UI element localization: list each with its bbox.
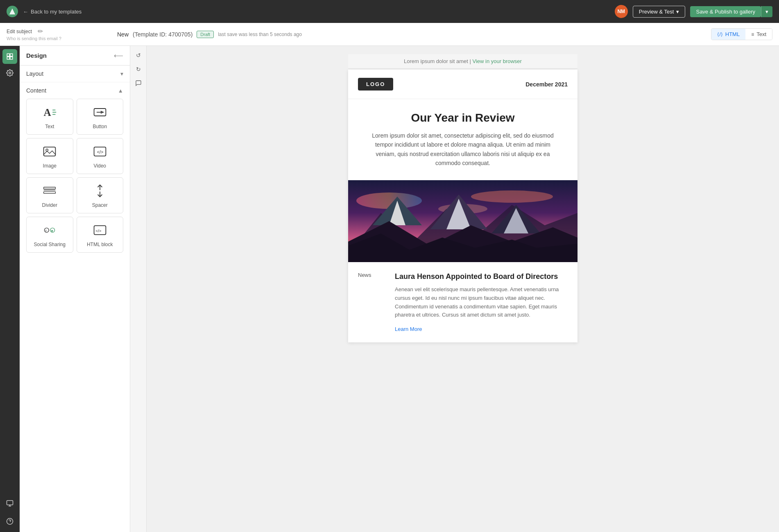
content-item-button[interactable]: Button (77, 99, 124, 135)
html-block-label: HTML block (87, 242, 113, 247)
content-item-spacer[interactable]: Spacer (77, 177, 124, 213)
content-item-divider[interactable]: Divider (26, 177, 73, 213)
text-view-button[interactable]: ≡ Text (745, 29, 772, 40)
svg-rect-3 (7, 57, 9, 59)
draft-badge: Draft (197, 31, 214, 38)
learn-more-link[interactable]: Learn More (395, 326, 422, 332)
panel-collapse-button[interactable]: ⟵ (114, 52, 123, 59)
email-preheader-area: Lorem ipsum dolor sit amet | View in you… (348, 54, 577, 69)
svg-rect-6 (7, 500, 13, 505)
canvas-area: Lorem ipsum dolor sit amet | View in you… (147, 46, 779, 532)
svg-point-34 (471, 190, 553, 203)
hero-body: Lorem ipsum dolor sit amet, consectetur … (365, 131, 561, 168)
content-title: Content (26, 87, 46, 94)
video-block-label: Video (94, 163, 106, 169)
text-icon: ≡ (751, 32, 754, 37)
svg-text:A: A (44, 107, 51, 118)
template-info: New (Template ID: 4700705) Draft last sa… (117, 31, 711, 38)
hero-title: Our Year in Review (365, 111, 561, 125)
spacer-block-icon (92, 183, 108, 199)
layout-arrow-icon: ▾ (120, 70, 123, 77)
sidebar-icon-design[interactable] (2, 49, 17, 64)
svg-rect-4 (10, 57, 13, 59)
undo-button[interactable]: ↺ (132, 49, 145, 61)
publish-dropdown-button[interactable]: ▾ (761, 6, 772, 17)
email-preheader: Lorem ipsum dolor sit amet | View in you… (348, 54, 577, 69)
html-view-button[interactable]: ⟨/⟩ HTML (711, 29, 745, 40)
user-avatar: NM (615, 5, 628, 18)
html-code-icon: ⟨/⟩ (717, 32, 722, 37)
save-status: last save was less than 5 seconds ago (218, 32, 302, 37)
redo-button[interactable]: ↻ (132, 63, 145, 75)
image-block-icon (41, 143, 58, 160)
content-header: Content ▲ (26, 87, 123, 94)
toolbar-strip: ↺ ↻ (130, 46, 147, 532)
sidebar-icon-templates[interactable] (2, 496, 17, 511)
video-block-icon: </> (92, 143, 108, 160)
edit-subject-label: Edit subject (7, 29, 32, 34)
svg-rect-21 (44, 187, 56, 189)
main-area: Design ⟵ Layout ▾ Content ▲ A (0, 46, 779, 532)
button-block-label: Button (93, 124, 107, 129)
publish-group: Save & Publish to gallery ▾ (690, 6, 772, 17)
svg-point-26 (45, 228, 49, 233)
panel-header: Design ⟵ (20, 46, 130, 66)
news-label: News (358, 272, 387, 333)
image-block-label: Image (43, 163, 57, 169)
template-id: (Template ID: 4700705) (133, 31, 192, 38)
svg-rect-2 (10, 54, 13, 56)
email-news: News Laura Henson Appointed to Board of … (348, 262, 577, 343)
content-item-social[interactable]: f ♥ Social Sharing (26, 217, 73, 253)
who-sending-label: Who is sending this email ? (7, 36, 117, 41)
top-navigation: ← Back to my templates NM Preview & Test… (0, 0, 779, 23)
news-body: Aenean vel elit scelerisque mauris pelle… (395, 285, 568, 319)
back-arrow-icon: ← (23, 9, 28, 15)
email-preview: LOGO December 2021 Our Year in Review Lo… (348, 70, 577, 342)
publish-button[interactable]: Save & Publish to gallery (690, 6, 761, 17)
email-image (348, 180, 577, 262)
social-block-icon: f ♥ (41, 222, 58, 238)
sidebar-icon-settings[interactable] (2, 66, 17, 80)
svg-text:</>: </> (97, 149, 104, 154)
app-logo (7, 6, 18, 17)
svg-text:♥: ♥ (51, 229, 53, 233)
panel-title: Design (26, 52, 47, 59)
view-in-browser-link[interactable]: View in your browser (472, 58, 521, 64)
email-header: LOGO December 2021 (348, 70, 577, 99)
content-item-video[interactable]: </> Video (77, 138, 124, 174)
back-to-templates-link[interactable]: ← Back to my templates (23, 9, 82, 15)
text-block-icon: A (41, 104, 58, 120)
text-block-label: Text (45, 124, 54, 129)
social-block-label: Social Sharing (34, 242, 66, 247)
button-block-icon (92, 104, 108, 120)
spacer-block-label: Spacer (92, 202, 108, 208)
edit-icon[interactable]: ✏ (38, 27, 43, 35)
content-section: Content ▲ A Text (20, 82, 130, 258)
view-toggle: ⟨/⟩ HTML ≡ Text (711, 28, 772, 40)
news-content: Laura Henson Appointed to Board of Direc… (395, 272, 568, 333)
svg-text:</>: </> (95, 229, 102, 233)
content-item-html[interactable]: </> HTML block (77, 217, 124, 253)
subject-bar: Edit subject ✏ Who is sending this email… (0, 23, 779, 46)
news-title: Laura Henson Appointed to Board of Direc… (395, 272, 568, 281)
left-panel: Design ⟵ Layout ▾ Content ▲ A (20, 46, 130, 532)
sidebar-icon-help[interactable] (2, 514, 17, 529)
back-label: Back to my templates (31, 9, 82, 15)
preview-test-button[interactable]: Preview & Test ▾ (633, 6, 686, 18)
template-name: New (117, 31, 129, 38)
svg-point-5 (9, 72, 11, 74)
content-collapse-button[interactable]: ▲ (118, 88, 123, 94)
layout-section[interactable]: Layout ▾ (20, 66, 130, 82)
sidebar-icons (0, 46, 20, 532)
content-grid: A Text (26, 99, 123, 253)
comment-button[interactable] (132, 77, 145, 89)
svg-rect-17 (44, 147, 56, 156)
email-date: December 2021 (525, 81, 568, 88)
svg-rect-1 (7, 54, 9, 56)
svg-marker-0 (9, 9, 15, 14)
content-item-text[interactable]: A Text (26, 99, 73, 135)
divider-block-icon (41, 183, 58, 199)
subject-left-section: Edit subject ✏ Who is sending this email… (7, 27, 117, 41)
content-item-image[interactable]: Image (26, 138, 73, 174)
html-block-icon: </> (92, 222, 108, 238)
